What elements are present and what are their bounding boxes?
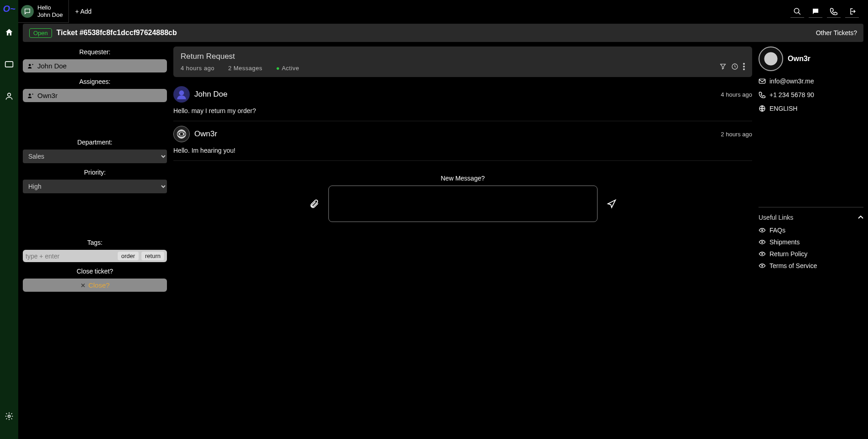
assignees-label: Assignees: (23, 78, 167, 85)
thread-status: Active (282, 65, 299, 72)
search-button[interactable] (790, 5, 804, 18)
phone-icon (830, 7, 838, 15)
svg-point-5 (29, 93, 31, 96)
useful-links-toggle[interactable]: Useful Links (759, 214, 863, 221)
priority-select[interactable]: High (23, 180, 167, 193)
ticket-icon (5, 61, 14, 68)
nav-settings[interactable] (0, 407, 18, 425)
svg-point-10 (179, 90, 184, 95)
profile-name: Own3r (788, 55, 811, 63)
svg-point-9 (743, 68, 745, 70)
user-avatar-small (21, 5, 34, 18)
svg-point-4 (29, 64, 31, 66)
profile-lang: ENGLISH (769, 105, 797, 112)
department-label: Department: (23, 139, 167, 146)
svg-point-7 (743, 63, 745, 65)
active-dot-icon: ● (276, 65, 280, 72)
useful-links-title: Useful Links (759, 214, 793, 221)
close-ticket-label: Close ticket? (23, 268, 167, 275)
svg-point-11 (181, 133, 183, 135)
useful-link-label: Shipments (769, 238, 800, 246)
person-icon (27, 63, 34, 69)
call-button[interactable] (827, 5, 841, 18)
attachment-icon[interactable] (309, 199, 319, 209)
search-icon (793, 7, 801, 15)
user-icon (176, 88, 187, 100)
close-button-text: Close? (88, 281, 110, 289)
eye-icon (759, 251, 766, 257)
useful-link-label: Return Policy (769, 250, 807, 258)
close-ticket-button[interactable]: Close? (23, 279, 167, 292)
assignee-name: Own3r (37, 92, 57, 99)
svg-point-2 (8, 415, 10, 418)
svg-point-16 (762, 253, 763, 255)
profile-lang-row[interactable]: ENGLISH (759, 105, 863, 112)
message-body: Hello. Im hearing you! (173, 147, 752, 154)
useful-link[interactable]: Shipments (759, 238, 863, 246)
app-logo[interactable]: O~ (3, 4, 15, 14)
user-tab[interactable]: Hello John Doe (18, 0, 69, 23)
tag-pill[interactable]: order (118, 252, 139, 260)
requester-chip[interactable]: John Doe (23, 59, 167, 72)
message-time: 2 hours ago (721, 131, 752, 138)
profile-phone-row[interactable]: +1 234 5678 90 (759, 91, 863, 98)
clock-icon[interactable] (731, 63, 738, 70)
phone-icon (759, 91, 766, 98)
chat-bubble-icon (24, 8, 31, 15)
message-item: John Doe 4 hours ago Hello. may I return… (173, 82, 752, 121)
nav-home[interactable] (0, 23, 18, 41)
eye-icon (759, 263, 766, 269)
svg-point-8 (743, 66, 745, 67)
svg-point-15 (762, 242, 763, 243)
priority-label: Priority: (23, 169, 167, 176)
chevron-up-icon (858, 216, 863, 219)
profile-email-row[interactable]: info@own3r.me (759, 77, 863, 85)
globe-icon (759, 105, 766, 112)
new-message-label: New Message? (173, 175, 752, 182)
eye-icon (177, 131, 186, 137)
department-select[interactable]: Sales (23, 150, 167, 163)
home-icon (5, 28, 14, 37)
useful-link[interactable]: FAQs (759, 227, 863, 234)
gear-icon (5, 412, 14, 421)
compose-textarea[interactable] (328, 186, 598, 222)
filter-icon[interactable] (719, 63, 727, 70)
ticket-title: Ticket #6538fc8fc1dccf97624888cb (57, 29, 177, 37)
svg-rect-0 (5, 62, 13, 67)
useful-link[interactable]: Return Policy (759, 250, 863, 258)
tag-pill[interactable]: return (141, 252, 164, 260)
mail-icon (759, 78, 766, 84)
message-icon (811, 7, 820, 15)
assignee-chip[interactable]: Own3r (23, 89, 167, 102)
message-body: Hello. may I return my order? (173, 107, 752, 114)
requester-name: John Doe (37, 62, 67, 70)
message-author: Own3r (194, 129, 217, 139)
logout-button[interactable] (845, 5, 859, 18)
useful-link-label: FAQs (769, 227, 785, 234)
thread-title: Return Request (181, 52, 299, 61)
svg-point-1 (8, 93, 11, 96)
svg-point-17 (762, 265, 763, 267)
send-icon[interactable] (607, 199, 617, 209)
user-icon (5, 92, 14, 101)
profile-phone: +1 234 5678 90 (769, 91, 814, 98)
ticket-header-bar: Open Ticket #6538fc8fc1dccf97624888cb Ot… (23, 24, 863, 42)
thread-header: Return Request 4 hours ago 2 Messages ●A… (173, 46, 752, 77)
useful-link-label: Terms of Service (769, 262, 817, 269)
logout-icon (848, 7, 856, 15)
tags-input-row[interactable]: order return (23, 250, 167, 262)
useful-link[interactable]: Terms of Service (759, 262, 863, 269)
status-badge: Open (29, 28, 52, 38)
svg-point-3 (794, 8, 799, 13)
add-tab-button[interactable]: + Add (69, 0, 98, 23)
svg-point-14 (762, 230, 763, 231)
greeting-name: John Doe (37, 11, 63, 19)
tags-input[interactable] (26, 253, 115, 260)
messages-button[interactable] (809, 5, 822, 18)
thread-count: 2 Messages (228, 65, 262, 72)
more-icon[interactable] (743, 63, 745, 70)
nav-tickets[interactable] (0, 55, 18, 73)
profile-email: info@own3r.me (769, 77, 814, 85)
other-tickets-link[interactable]: Other Tickets? (816, 29, 857, 36)
nav-users[interactable] (0, 87, 18, 105)
